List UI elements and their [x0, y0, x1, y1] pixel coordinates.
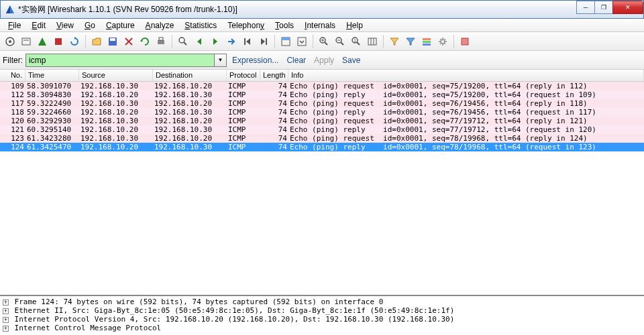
open-icon[interactable] — [89, 34, 104, 49]
col-source[interactable]: Source — [79, 70, 153, 81]
col-protocol[interactable]: Protocol — [227, 70, 260, 81]
svg-rect-31 — [423, 38, 431, 40]
last-icon[interactable] — [256, 34, 271, 49]
window-title: *实验网 [Wireshark 1.10.1 (SVN Rev 50926 fr… — [18, 4, 643, 15]
resize-columns-icon[interactable] — [365, 34, 380, 49]
detail-item[interactable]: + Frame 124: 74 bytes on wire (592 bits)… — [0, 297, 644, 306]
filter-toolbar: Filter: ▼ Expression... Clear Apply Save — [0, 51, 644, 70]
svg-rect-6 — [110, 38, 115, 41]
filter-input[interactable] — [25, 54, 215, 67]
display-filter-icon[interactable] — [403, 34, 418, 49]
menu-analyze[interactable]: Analyze — [140, 19, 180, 31]
detail-item[interactable]: + Ethernet II, Src: Giga-Byt_8c:1e:05 (5… — [0, 306, 644, 315]
menu-edit[interactable]: Edit — [26, 19, 51, 31]
menu-tools[interactable]: Tools — [270, 19, 299, 31]
filter-dropdown[interactable]: ▼ — [215, 54, 227, 67]
stop-icon[interactable] — [51, 34, 66, 49]
restart-icon[interactable] — [67, 34, 82, 49]
toolbar-separator — [85, 35, 86, 48]
zoom-reset-icon[interactable]: 1 — [349, 34, 364, 49]
svg-rect-2 — [22, 38, 30, 45]
detail-item[interactable]: + Internet Protocol Version 4, Src: 192.… — [0, 315, 644, 324]
expand-icon[interactable]: + — [3, 308, 9, 314]
menu-internals[interactable]: Internals — [299, 19, 341, 31]
first-icon[interactable] — [240, 34, 255, 49]
packet-row[interactable]: 11258.3094830192.168.10.20192.168.10.30I… — [0, 90, 644, 99]
back-icon[interactable] — [192, 34, 207, 49]
toolbar-separator — [172, 35, 172, 48]
packet-row[interactable]: 11759.3222490192.168.10.30192.168.10.20I… — [0, 99, 644, 108]
find-icon[interactable] — [176, 34, 191, 49]
packet-row[interactable]: 11859.3224660192.168.10.20192.168.10.30I… — [0, 108, 644, 117]
autoscroll-icon[interactable] — [294, 34, 309, 49]
app-icon — [5, 4, 15, 15]
maximize-button[interactable]: ❐ — [594, 1, 613, 14]
filter-apply[interactable]: Apply — [311, 56, 337, 65]
packet-list[interactable]: No. Time Source Destination Protocol Len… — [0, 70, 644, 295]
menu-capture[interactable]: Capture — [101, 19, 140, 31]
svg-line-24 — [341, 42, 343, 45]
coloring-rules-icon[interactable] — [419, 34, 434, 49]
filter-expression[interactable]: Expression... — [229, 56, 281, 65]
toolbar: 1 — [0, 32, 644, 51]
packet-row[interactable]: 12060.3292930192.168.10.30192.168.10.20I… — [0, 117, 644, 125]
packet-row[interactable]: 12461.3425470192.168.10.20192.168.10.30I… — [0, 143, 644, 151]
zoom-in-icon[interactable] — [317, 34, 331, 49]
goto-icon[interactable] — [224, 34, 239, 49]
menu-statistics[interactable]: Statistics — [179, 19, 222, 31]
reload-icon[interactable] — [138, 34, 152, 49]
packet-row[interactable]: 12361.3423280192.168.10.30192.168.10.20I… — [0, 134, 644, 143]
svg-line-27 — [357, 42, 360, 45]
packet-list-header: No. Time Source Destination Protocol Len… — [0, 70, 644, 82]
col-info[interactable]: Info — [288, 70, 644, 81]
menu-telephony[interactable]: Telephony — [222, 19, 270, 31]
col-no[interactable]: No. — [0, 70, 25, 81]
detail-item[interactable]: + Internet Control Message Protocol — [0, 324, 644, 332]
col-destination[interactable]: Destination — [153, 70, 227, 81]
preferences-icon[interactable] — [435, 34, 450, 49]
capture-filter-icon[interactable] — [387, 34, 402, 49]
print-icon[interactable] — [154, 34, 168, 49]
svg-rect-28 — [368, 38, 376, 45]
filter-save[interactable]: Save — [339, 56, 363, 65]
options-icon[interactable] — [19, 34, 34, 49]
toolbar-separator — [274, 35, 275, 48]
help-icon[interactable] — [458, 34, 472, 49]
menubar: File Edit View Go Capture Analyze Statis… — [0, 19, 644, 32]
svg-point-11 — [179, 38, 184, 43]
interfaces-icon[interactable] — [3, 34, 17, 49]
expand-icon[interactable]: + — [3, 317, 9, 323]
svg-rect-10 — [159, 38, 163, 40]
start-icon[interactable] — [35, 34, 50, 49]
menu-file[interactable]: File — [3, 19, 26, 31]
packet-row[interactable]: 10958.3091070192.168.10.30192.168.10.20I… — [0, 82, 644, 90]
menu-go[interactable]: Go — [79, 19, 101, 31]
packet-row[interactable]: 12160.3295140192.168.10.20192.168.10.30I… — [0, 125, 644, 134]
svg-rect-4 — [55, 38, 62, 45]
forward-icon[interactable] — [208, 34, 223, 49]
close-button[interactable]: ✕ — [612, 1, 643, 14]
svg-rect-17 — [298, 38, 306, 46]
expand-icon[interactable]: + — [3, 326, 9, 332]
col-length[interactable]: Length — [260, 70, 288, 81]
svg-point-1 — [9, 40, 11, 43]
packet-details[interactable]: + Frame 124: 74 bytes on wire (592 bits)… — [0, 295, 644, 335]
expand-icon[interactable]: + — [3, 299, 9, 306]
filter-label: Filter: — [3, 56, 23, 65]
close-file-icon[interactable] — [121, 34, 136, 49]
minimize-button[interactable]: ─ — [576, 1, 595, 14]
svg-rect-33 — [423, 44, 431, 46]
menu-help[interactable]: Help — [341, 19, 368, 31]
col-time[interactable]: Time — [25, 70, 79, 81]
toolbar-separator — [383, 35, 384, 48]
svg-rect-9 — [158, 40, 164, 44]
save-icon[interactable] — [105, 34, 120, 49]
zoom-out-icon[interactable] — [333, 34, 347, 49]
svg-line-12 — [184, 42, 186, 45]
svg-rect-16 — [282, 38, 290, 40]
svg-rect-32 — [423, 41, 431, 43]
svg-rect-35 — [462, 38, 468, 45]
colorize-icon[interactable] — [278, 34, 293, 49]
menu-view[interactable]: View — [51, 19, 79, 31]
filter-clear[interactable]: Clear — [284, 56, 309, 65]
